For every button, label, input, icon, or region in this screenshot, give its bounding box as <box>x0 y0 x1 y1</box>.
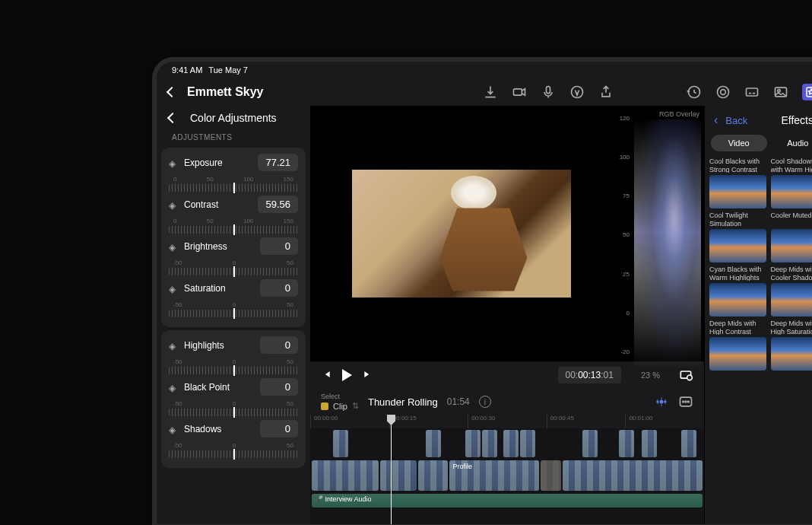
svg-rect-0 <box>514 89 522 95</box>
preview-frame <box>352 170 571 298</box>
timecode-display[interactable]: 00:00:13:01 <box>558 367 621 383</box>
adj-slider[interactable]: -50050 <box>169 259 298 279</box>
timeline-options-icon[interactable] <box>678 394 693 409</box>
audio-track[interactable]: 🎤 Interview Audio <box>310 492 704 508</box>
adj-value[interactable]: 77.21 <box>258 154 298 171</box>
svg-point-10 <box>687 375 693 380</box>
adj-name: Contrast <box>184 199 218 210</box>
adj-value[interactable]: 0 <box>260 279 298 297</box>
share-icon[interactable] <box>598 84 614 100</box>
timeline[interactable]: 00:00:0000:00:1500:00:3000:00:4500:01:00 <box>310 415 704 524</box>
effect-preset[interactable]: Deep Mids with Cooler Shadows <box>771 266 813 317</box>
panel-title: Color Adjustments <box>190 112 277 124</box>
prev-frame-button[interactable] <box>321 369 331 382</box>
history-icon[interactable] <box>687 84 702 100</box>
back-button[interactable] <box>167 87 177 97</box>
adj-icon: ◈ <box>169 383 178 392</box>
camera-icon[interactable] <box>512 84 527 100</box>
effects-back-button[interactable]: Back <box>725 115 747 126</box>
adj-slider[interactable]: 050100150 <box>169 218 298 237</box>
play-button[interactable] <box>342 369 352 381</box>
effect-preset[interactable]: Cool Twilight Simulation <box>709 212 766 262</box>
media-icon[interactable] <box>773 84 788 100</box>
adj-value[interactable]: 0 <box>260 378 298 396</box>
effect-preset[interactable]: Cool Shadows with Warm Highs <box>771 158 813 208</box>
adj-name: Black Point <box>184 382 230 393</box>
audio-clip-label: Interview Audio <box>325 495 372 503</box>
clip-label: Profile <box>452 463 472 470</box>
panel-back-button[interactable] <box>167 113 178 123</box>
svg-point-12 <box>660 400 664 404</box>
import-icon[interactable] <box>483 84 498 100</box>
adj-icon: ◈ <box>169 200 178 209</box>
svg-point-4 <box>721 90 726 95</box>
svg-point-11 <box>656 400 658 402</box>
title-bar: Emmett Skyy <box>157 78 812 106</box>
next-frame-button[interactable] <box>363 369 373 382</box>
playhead[interactable] <box>391 415 392 524</box>
voiceover-icon[interactable] <box>541 84 556 100</box>
status-date: Tue May 7 <box>208 65 248 75</box>
adj-name: Shadows <box>184 424 221 434</box>
adj-slider[interactable]: -50050 <box>169 358 298 378</box>
display-options-icon[interactable] <box>678 368 693 383</box>
adj-slider[interactable]: -50050 <box>169 400 298 420</box>
effect-preset[interactable]: Cyan Blacks with Warm Highlights <box>709 266 766 317</box>
adj-name: Saturation <box>184 283 226 294</box>
app-window: 9:41 AM Tue May 7 Emmett Skyy Color Adju… <box>152 57 812 525</box>
scope-waveform <box>634 119 701 369</box>
adj-name: Highlights <box>184 340 224 351</box>
svg-point-13 <box>664 400 666 402</box>
zoom-level[interactable]: 23 % <box>641 371 660 380</box>
effects-title: Effects <box>781 114 812 126</box>
adj-value[interactable]: 59.56 <box>258 196 298 213</box>
tab-audio[interactable]: Audio <box>770 135 813 151</box>
adj-icon: ◈ <box>169 158 178 167</box>
clip-selector[interactable]: Clip ⇅ <box>321 401 359 411</box>
adj-value[interactable]: 0 <box>260 336 298 354</box>
adj-value[interactable]: 0 <box>260 420 298 438</box>
effect-preset[interactable]: Cool Blacks with Strong Contrast <box>709 158 766 208</box>
effect-preset[interactable]: Cooler Muted <box>771 212 813 262</box>
tools-icon[interactable] <box>654 394 669 409</box>
status-bar: 9:41 AM Tue May 7 <box>157 62 812 78</box>
timeline-duration: 01:54 <box>447 396 470 407</box>
adj-value[interactable]: 0 <box>260 237 298 255</box>
svg-point-7 <box>778 90 780 92</box>
browser-header: Select Clip ⇅ Thunder Rolling 01:54 i <box>310 389 704 415</box>
preview-viewer[interactable] <box>310 106 613 361</box>
svg-point-16 <box>685 401 687 402</box>
adj-icon: ◈ <box>169 284 178 293</box>
adj-slider[interactable]: 050100150 <box>169 176 298 196</box>
info-button[interactable]: i <box>479 396 491 408</box>
inspector-sidebar: Color Adjustments ADJUSTMENTS ◈ Exposure… <box>157 106 310 524</box>
svg-point-3 <box>718 87 729 98</box>
adj-name: Exposure <box>184 158 223 168</box>
effects-panel: ‹ Back Effects Video Audio Cool Blacks w… <box>704 106 812 524</box>
video-track-2[interactable] <box>310 428 704 459</box>
adj-icon: ◈ <box>169 425 178 434</box>
svg-point-15 <box>683 401 684 402</box>
svg-rect-5 <box>747 88 758 96</box>
video-track-1[interactable]: Profile <box>310 459 704 492</box>
effect-preset[interactable]: Deep Mids with High Saturation <box>771 320 813 371</box>
scopes-icon[interactable] <box>715 84 731 100</box>
text-icon[interactable] <box>569 84 585 100</box>
tab-video[interactable]: Video <box>711 135 767 151</box>
video-scopes: RGB Overlay 1201007550250-20 <box>613 106 704 361</box>
status-time: 9:41 AM <box>172 65 202 75</box>
project-title: Emmett Skyy <box>187 85 483 99</box>
effects-browser-icon[interactable] <box>802 84 812 100</box>
adj-slider[interactable]: -50050 <box>169 442 298 462</box>
timeline-ruler[interactable]: 00:00:0000:00:1500:00:3000:00:4500:01:00 <box>310 415 704 428</box>
effect-preset[interactable]: Deep Mids with High Contrast <box>709 320 766 371</box>
timeline-project-name: Thunder Rolling <box>368 396 438 408</box>
adj-name: Brightness <box>184 241 227 252</box>
captions-icon[interactable] <box>744 84 760 100</box>
adj-icon: ◈ <box>169 341 178 350</box>
adj-slider[interactable]: -50050 <box>169 301 298 321</box>
section-label: ADJUSTMENTS <box>161 130 306 145</box>
svg-rect-1 <box>547 87 550 94</box>
svg-point-17 <box>688 401 690 402</box>
select-label: Select <box>321 393 359 400</box>
